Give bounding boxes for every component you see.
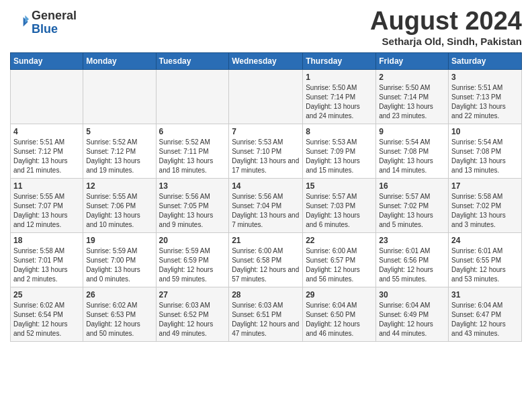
page-header: General Blue August 2024 Setharja Old, S… [10,7,522,47]
cell-content: Sunrise: 6:03 AM Sunset: 6:51 PM Dayligh… [232,301,300,338]
cell-content: Sunrise: 5:56 AM Sunset: 7:05 PM Dayligh… [159,192,226,230]
cell-content: Sunrise: 6:01 AM Sunset: 6:55 PM Dayligh… [451,246,519,284]
cell-content: Sunrise: 5:58 AM Sunset: 7:02 PM Dayligh… [451,192,519,230]
calendar-cell [11,70,83,124]
day-number: 25 [13,290,80,300]
day-number: 18 [13,236,80,245]
calendar-cell: 19Sunrise: 5:59 AM Sunset: 7:00 PM Dayli… [83,233,156,287]
calendar-week-row: 18Sunrise: 5:58 AM Sunset: 7:01 PM Dayli… [11,233,522,287]
day-number: 8 [306,127,373,136]
weekday-header: Friday [376,53,449,70]
month-title: August 2024 [370,7,522,36]
calendar-cell: 15Sunrise: 5:57 AM Sunset: 7:03 PM Dayli… [303,179,376,233]
cell-content: Sunrise: 5:50 AM Sunset: 7:14 PM Dayligh… [306,83,373,121]
day-number: 3 [451,73,519,82]
day-number: 24 [451,236,519,245]
cell-content: Sunrise: 5:52 AM Sunset: 7:11 PM Dayligh… [159,138,226,175]
cell-content: Sunrise: 6:02 AM Sunset: 6:54 PM Dayligh… [13,301,80,338]
calendar-cell: 10Sunrise: 5:54 AM Sunset: 7:08 PM Dayli… [449,124,522,179]
calendar-cell: 16Sunrise: 5:57 AM Sunset: 7:02 PM Dayli… [376,179,449,233]
day-number: 19 [86,236,152,245]
day-number: 28 [232,290,300,300]
calendar-cell: 13Sunrise: 5:56 AM Sunset: 7:05 PM Dayli… [156,179,229,233]
location: Setharja Old, Sindh, Pakistan [370,36,522,47]
cell-content: Sunrise: 6:02 AM Sunset: 6:53 PM Dayligh… [86,301,152,338]
cell-content: Sunrise: 6:00 AM Sunset: 6:57 PM Dayligh… [306,246,373,284]
weekday-header: Thursday [303,53,376,70]
cell-content: Sunrise: 6:03 AM Sunset: 6:52 PM Dayligh… [159,301,226,338]
day-number: 17 [451,181,519,191]
cell-content: Sunrise: 6:04 AM Sunset: 6:50 PM Dayligh… [306,301,373,338]
day-number: 15 [306,181,373,191]
day-number: 12 [86,181,152,191]
day-number: 11 [13,181,80,191]
cell-content: Sunrise: 6:00 AM Sunset: 6:58 PM Dayligh… [232,246,300,284]
calendar-cell [229,70,303,124]
calendar-cell: 14Sunrise: 5:56 AM Sunset: 7:04 PM Dayli… [229,179,303,233]
logo-text: General Blue [32,9,77,36]
cell-content: Sunrise: 5:59 AM Sunset: 7:00 PM Dayligh… [86,246,152,284]
day-number: 26 [86,290,152,300]
calendar-week-row: 1Sunrise: 5:50 AM Sunset: 7:14 PM Daylig… [11,70,522,124]
cell-content: Sunrise: 6:01 AM Sunset: 6:56 PM Dayligh… [379,246,445,284]
logo: General Blue [10,9,77,36]
calendar-cell: 3Sunrise: 5:51 AM Sunset: 7:13 PM Daylig… [449,70,522,124]
calendar-week-row: 4Sunrise: 5:51 AM Sunset: 7:12 PM Daylig… [11,124,522,179]
calendar-cell: 4Sunrise: 5:51 AM Sunset: 7:12 PM Daylig… [11,124,83,179]
cell-content: Sunrise: 5:58 AM Sunset: 7:01 PM Dayligh… [13,246,80,284]
calendar-cell: 5Sunrise: 5:52 AM Sunset: 7:12 PM Daylig… [83,124,156,179]
day-number: 14 [232,181,300,191]
calendar-cell: 30Sunrise: 6:04 AM Sunset: 6:49 PM Dayli… [376,287,449,342]
cell-content: Sunrise: 5:51 AM Sunset: 7:12 PM Dayligh… [13,138,80,175]
cell-content: Sunrise: 5:56 AM Sunset: 7:04 PM Dayligh… [232,192,300,230]
day-number: 22 [306,236,373,245]
cell-content: Sunrise: 5:53 AM Sunset: 7:09 PM Dayligh… [306,138,373,175]
weekday-row: SundayMondayTuesdayWednesdayThursdayFrid… [11,53,522,70]
cell-content: Sunrise: 5:54 AM Sunset: 7:08 PM Dayligh… [379,138,445,175]
calendar-cell: 27Sunrise: 6:03 AM Sunset: 6:52 PM Dayli… [156,287,229,342]
calendar-cell: 26Sunrise: 6:02 AM Sunset: 6:53 PM Dayli… [83,287,156,342]
cell-content: Sunrise: 6:04 AM Sunset: 6:47 PM Dayligh… [451,301,519,338]
calendar-cell: 11Sunrise: 5:55 AM Sunset: 7:07 PM Dayli… [11,179,83,233]
cell-content: Sunrise: 5:55 AM Sunset: 7:07 PM Dayligh… [13,192,80,230]
calendar-cell: 17Sunrise: 5:58 AM Sunset: 7:02 PM Dayli… [449,179,522,233]
calendar-cell: 2Sunrise: 5:50 AM Sunset: 7:14 PM Daylig… [376,70,449,124]
calendar-cell: 20Sunrise: 5:59 AM Sunset: 6:59 PM Dayli… [156,233,229,287]
weekday-header: Sunday [11,53,83,70]
weekday-header: Monday [83,53,156,70]
calendar-cell: 12Sunrise: 5:55 AM Sunset: 7:06 PM Dayli… [83,179,156,233]
weekday-header: Wednesday [229,53,303,70]
weekday-header: Tuesday [156,53,229,70]
calendar-cell: 1Sunrise: 5:50 AM Sunset: 7:14 PM Daylig… [303,70,376,124]
day-number: 13 [159,181,226,191]
calendar-cell [156,70,229,124]
cell-content: Sunrise: 5:51 AM Sunset: 7:13 PM Dayligh… [451,83,519,121]
calendar-cell: 9Sunrise: 5:54 AM Sunset: 7:08 PM Daylig… [376,124,449,179]
day-number: 10 [451,127,519,136]
calendar-cell: 31Sunrise: 6:04 AM Sunset: 6:47 PM Dayli… [449,287,522,342]
calendar-cell: 21Sunrise: 6:00 AM Sunset: 6:58 PM Dayli… [229,233,303,287]
day-number: 7 [232,127,300,136]
day-number: 2 [379,73,445,82]
calendar-cell: 8Sunrise: 5:53 AM Sunset: 7:09 PM Daylig… [303,124,376,179]
calendar-cell: 6Sunrise: 5:52 AM Sunset: 7:11 PM Daylig… [156,124,229,179]
title-area: August 2024 Setharja Old, Sindh, Pakista… [370,7,522,47]
day-number: 27 [159,290,226,300]
cell-content: Sunrise: 5:52 AM Sunset: 7:12 PM Dayligh… [86,138,152,175]
calendar-cell: 7Sunrise: 5:53 AM Sunset: 7:10 PM Daylig… [229,124,303,179]
calendar-week-row: 25Sunrise: 6:02 AM Sunset: 6:54 PM Dayli… [11,287,522,342]
calendar-cell: 22Sunrise: 6:00 AM Sunset: 6:57 PM Dayli… [303,233,376,287]
day-number: 16 [379,181,445,191]
cell-content: Sunrise: 5:57 AM Sunset: 7:02 PM Dayligh… [379,192,445,230]
weekday-header: Saturday [449,53,522,70]
day-number: 29 [306,290,373,300]
calendar-cell: 25Sunrise: 6:02 AM Sunset: 6:54 PM Dayli… [11,287,83,342]
day-number: 23 [379,236,445,245]
calendar-body: 1Sunrise: 5:50 AM Sunset: 7:14 PM Daylig… [11,70,522,342]
day-number: 21 [232,236,300,245]
calendar-header: SundayMondayTuesdayWednesdayThursdayFrid… [11,53,522,70]
calendar-cell: 29Sunrise: 6:04 AM Sunset: 6:50 PM Dayli… [303,287,376,342]
day-number: 1 [306,73,373,82]
logo-blue: Blue [32,23,77,36]
calendar-cell: 18Sunrise: 5:58 AM Sunset: 7:01 PM Dayli… [11,233,83,287]
